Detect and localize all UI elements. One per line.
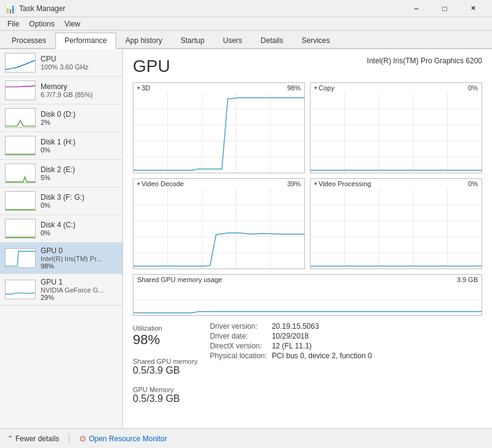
chart-shared-label: Shared GPU memory usage bbox=[137, 276, 222, 283]
disk2-pct: 5% bbox=[41, 174, 117, 181]
resource-monitor-button[interactable]: ⊙ Open Resource Monitor bbox=[79, 434, 167, 443]
charts-mid-row: ▾ Video Decode 39% bbox=[133, 178, 482, 269]
chart-3d-pct: 98% bbox=[287, 84, 301, 92]
chart-video-processing: ▾ Video Processing 0% bbox=[310, 178, 482, 269]
disk3-info: Disk 3 (F: G:) 0% bbox=[41, 193, 117, 209]
minimize-button[interactable]: – bbox=[402, 0, 430, 17]
tab-services[interactable]: Services bbox=[293, 33, 339, 48]
sidebar-item-disk3[interactable]: Disk 3 (F: G:) 0% bbox=[0, 187, 122, 215]
chart-shared-value: 3.9 GB bbox=[457, 276, 478, 283]
cpu-sub: 100% 3.60 GHz bbox=[41, 63, 117, 71]
gpu-mem-label: GPU Memory bbox=[133, 386, 197, 393]
chart-video-decode-pct: 39% bbox=[287, 180, 301, 187]
chart-video-processing-pct: 0% bbox=[468, 180, 478, 187]
directx-label: DirectX version: bbox=[210, 342, 267, 350]
menu-file[interactable]: File bbox=[2, 18, 24, 29]
shared-mem-label: Shared GPU memory bbox=[133, 358, 197, 365]
disk4-mini-chart bbox=[5, 219, 36, 238]
tab-bar: Processes Performance App history Startu… bbox=[0, 31, 492, 49]
disk2-mini-chart bbox=[5, 163, 36, 183]
disk0-info: Disk 0 (D:) 2% bbox=[41, 110, 117, 126]
sidebar-item-disk0[interactable]: Disk 0 (D:) 2% bbox=[0, 104, 122, 132]
main-area: CPU 100% 3.60 GHz Memory 6.7/7.9 GB (85%… bbox=[0, 49, 492, 428]
chart-3d-svg bbox=[133, 93, 304, 173]
fewer-details-label: Fewer details bbox=[15, 434, 59, 443]
gpu0-name: GPU 0 bbox=[41, 246, 117, 255]
chart-video-processing-label: Video Processing bbox=[319, 180, 371, 187]
cpu-mini-chart bbox=[5, 53, 36, 73]
chart-video-decode-area bbox=[133, 189, 304, 269]
memory-mini-chart bbox=[5, 81, 36, 100]
gpu-mem-stat: GPU Memory 0.5/3.9 GB bbox=[133, 383, 197, 407]
disk1-info: Disk 1 (H:) 0% bbox=[41, 138, 117, 154]
sidebar-item-disk2[interactable]: Disk 2 (E:) 5% bbox=[0, 160, 122, 187]
resource-monitor-icon: ⊙ bbox=[79, 434, 86, 443]
gpu-subtitle: Intel(R) Iris(TM) Pro Graphics 6200 bbox=[367, 57, 482, 65]
gpu0-mini-chart bbox=[5, 248, 36, 268]
chart-copy-header: ▾ Copy 0% bbox=[311, 83, 482, 93]
bottombar: ⌃ Fewer details ⊙ Open Resource Monitor bbox=[0, 428, 492, 448]
chart-3d-area bbox=[133, 93, 304, 173]
chevron-down-icon: ⌃ bbox=[7, 434, 13, 442]
chart-shared-header: Shared GPU memory usage 3.9 GB bbox=[133, 275, 482, 285]
disk0-name: Disk 0 (D:) bbox=[41, 110, 117, 119]
sidebar-item-gpu0[interactable]: GPU 0 Intel(R) Iris(TM) Pr... 98% bbox=[0, 243, 122, 274]
gpu-title: GPU bbox=[133, 57, 170, 76]
physical-loc-label: Physical location: bbox=[210, 352, 267, 360]
close-button[interactable]: ✕ bbox=[459, 0, 487, 17]
maximize-button[interactable]: □ bbox=[430, 0, 459, 17]
details-section: Driver version: 20.19.15.5063 Driver dat… bbox=[210, 322, 482, 407]
tab-app-history[interactable]: App history bbox=[116, 33, 172, 48]
chart-video-decode-header: ▾ Video Decode 39% bbox=[133, 179, 304, 189]
gpu1-mini-chart bbox=[5, 280, 36, 299]
chart-video-processing-label-group: ▾ Video Processing bbox=[314, 180, 371, 187]
memory-info: Memory 6.7/7.9 GB (85%) bbox=[41, 82, 117, 98]
charts-top-row: ▾ 3D 98% bbox=[133, 82, 482, 173]
driver-version-value: 20.19.15.5063 bbox=[272, 322, 482, 331]
tab-details[interactable]: Details bbox=[252, 33, 293, 48]
chart-copy-area bbox=[311, 93, 482, 173]
driver-date-label: Driver date: bbox=[210, 332, 267, 340]
chart-3d-header: ▾ 3D 98% bbox=[133, 83, 304, 93]
app-icon: 📊 bbox=[5, 4, 15, 14]
chart-video-decode-label: Video Decode bbox=[141, 180, 184, 187]
disk0-pct: 2% bbox=[41, 119, 117, 126]
sidebar-item-gpu1[interactable]: GPU 1 NVIDIA GeForce G... 29% bbox=[0, 274, 122, 305]
disk2-name: Disk 2 (E:) bbox=[41, 165, 117, 174]
menu-view[interactable]: View bbox=[60, 18, 85, 29]
tab-users[interactable]: Users bbox=[213, 33, 251, 48]
tab-startup[interactable]: Startup bbox=[172, 33, 214, 48]
sidebar: CPU 100% 3.60 GHz Memory 6.7/7.9 GB (85%… bbox=[0, 49, 123, 428]
disk1-mini-chart bbox=[5, 136, 36, 155]
gpu1-pct: 29% bbox=[41, 294, 117, 301]
chart-video-processing-header: ▾ Video Processing 0% bbox=[311, 179, 482, 189]
chart-shared-memory: Shared GPU memory usage 3.9 GB bbox=[133, 274, 482, 316]
sidebar-item-cpu[interactable]: CPU 100% 3.60 GHz bbox=[0, 49, 122, 77]
gpu-header: GPU Intel(R) Iris(TM) Pro Graphics 6200 bbox=[133, 57, 482, 76]
chart-copy-label: Copy bbox=[319, 84, 335, 92]
sidebar-item-disk4[interactable]: Disk 4 (C:) 0% bbox=[0, 215, 122, 243]
sidebar-item-disk1[interactable]: Disk 1 (H:) 0% bbox=[0, 132, 122, 160]
utilization-label: Utilization bbox=[133, 324, 197, 332]
cpu-info: CPU 100% 3.60 GHz bbox=[41, 55, 117, 71]
chart-shared-area bbox=[133, 285, 482, 315]
fewer-details-button[interactable]: ⌃ Fewer details bbox=[7, 434, 59, 443]
gpu0-sub: Intel(R) Iris(TM) Pr... bbox=[41, 255, 117, 262]
chart-video-decode-svg bbox=[133, 189, 304, 269]
menubar: File Options View bbox=[0, 17, 492, 31]
memory-sub: 6.7/7.9 GB (85%) bbox=[41, 91, 117, 98]
chart-shared-svg bbox=[133, 285, 482, 315]
tab-processes[interactable]: Processes bbox=[2, 33, 55, 48]
chart-video-processing-area bbox=[311, 189, 482, 269]
physical-loc-value: PCI bus 0, device 2, function 0 bbox=[272, 352, 482, 360]
tab-performance[interactable]: Performance bbox=[55, 33, 116, 49]
utilization-stat: Utilization 98% bbox=[133, 322, 197, 350]
sidebar-item-memory[interactable]: Memory 6.7/7.9 GB (85%) bbox=[0, 77, 122, 104]
menu-options[interactable]: Options bbox=[24, 18, 59, 29]
bottom-divider bbox=[69, 434, 69, 444]
driver-version-label: Driver version: bbox=[210, 322, 267, 331]
chart-video-decode: ▾ Video Decode 39% bbox=[133, 178, 305, 269]
disk2-info: Disk 2 (E:) 5% bbox=[41, 165, 117, 181]
disk3-pct: 0% bbox=[41, 202, 117, 209]
driver-date-value: 10/29/2018 bbox=[272, 332, 482, 340]
